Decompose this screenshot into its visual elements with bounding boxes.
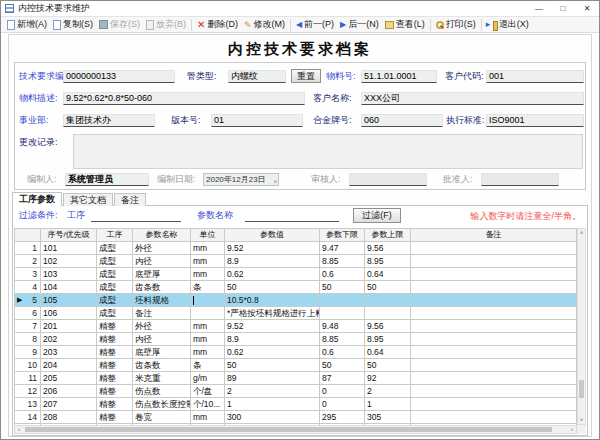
- row-indicator[interactable]: 3: [15, 268, 41, 281]
- cell[interactable]: 9.56: [365, 242, 411, 255]
- cell[interactable]: 外径: [133, 242, 191, 255]
- cell[interactable]: mm: [191, 255, 225, 268]
- standard-field[interactable]: ISO9001: [486, 114, 584, 127]
- cell[interactable]: 精整: [97, 359, 133, 372]
- material-no-field[interactable]: 51.1.01.0001: [361, 70, 437, 83]
- author-field[interactable]: 系统管理员: [65, 173, 149, 186]
- cell[interactable]: 精整: [97, 346, 133, 359]
- table-row[interactable]: ▶5105成型坯料规格10.5*0.8: [15, 294, 577, 307]
- cell[interactable]: [411, 320, 577, 333]
- cell[interactable]: 精整: [97, 320, 133, 333]
- cell[interactable]: [365, 294, 411, 307]
- cell[interactable]: [411, 411, 577, 424]
- cell[interactable]: 208: [41, 411, 97, 424]
- customer-code-field[interactable]: 001: [486, 70, 584, 83]
- toolbar-button-print[interactable]: 打印(S): [433, 17, 479, 32]
- cell[interactable]: 精整: [97, 372, 133, 385]
- approver-field[interactable]: [481, 173, 559, 186]
- cell[interactable]: 87: [320, 372, 365, 385]
- cell[interactable]: 个/盘: [191, 385, 225, 398]
- cell[interactable]: [191, 294, 225, 307]
- cell[interactable]: 成型: [97, 268, 133, 281]
- table-row[interactable]: 14208精整卷宽mm300295305: [15, 411, 577, 424]
- cell[interactable]: 300: [225, 411, 320, 424]
- cell[interactable]: 50: [365, 359, 411, 372]
- cell[interactable]: 204: [41, 359, 97, 372]
- cell[interactable]: 底壁厚: [133, 268, 191, 281]
- scroll-up-icon[interactable]: ˄: [578, 229, 585, 237]
- header-remark[interactable]: 备注: [411, 229, 577, 242]
- cell[interactable]: 伤点数: [133, 385, 191, 398]
- row-indicator[interactable]: 13: [15, 398, 41, 411]
- toolbar-button-view[interactable]: 查看(L): [382, 17, 428, 32]
- cell[interactable]: 0.6: [320, 268, 365, 281]
- cell[interactable]: 成型: [97, 281, 133, 294]
- cell[interactable]: 103: [41, 268, 97, 281]
- cell[interactable]: 备注: [133, 307, 191, 320]
- cell[interactable]: 成型: [97, 307, 133, 320]
- cell[interactable]: 米克重: [133, 372, 191, 385]
- alloy-no-field[interactable]: 060: [361, 114, 443, 127]
- header-seq[interactable]: 序号/优先级: [41, 229, 97, 242]
- cell[interactable]: [411, 372, 577, 385]
- cell[interactable]: [411, 398, 577, 411]
- cell[interactable]: [411, 268, 577, 281]
- cell[interactable]: *严格按坯料规格进行上料*: [225, 307, 320, 320]
- cell[interactable]: 条: [191, 359, 225, 372]
- table-row[interactable]: 11205精整米克重g/m898792: [15, 372, 577, 385]
- toolbar-button-copy[interactable]: 复制(S): [50, 17, 96, 32]
- cell[interactable]: 102: [41, 255, 97, 268]
- filter-process-input[interactable]: [91, 209, 181, 222]
- cell[interactable]: 106: [41, 307, 97, 320]
- cell[interactable]: mm: [191, 268, 225, 281]
- cell[interactable]: 50: [365, 281, 411, 294]
- cell[interactable]: 202: [41, 333, 97, 346]
- table-row[interactable]: 8202精整内径mm8.98.858.95: [15, 333, 577, 346]
- cell[interactable]: 齿条数: [133, 281, 191, 294]
- cell[interactable]: [320, 294, 365, 307]
- cell[interactable]: 成型: [97, 242, 133, 255]
- cell[interactable]: 内径: [133, 333, 191, 346]
- cell[interactable]: 0.6: [320, 346, 365, 359]
- cell[interactable]: 50: [320, 359, 365, 372]
- cell[interactable]: 2: [365, 385, 411, 398]
- cell[interactable]: 50: [225, 281, 320, 294]
- cell[interactable]: 50: [320, 281, 365, 294]
- tech-code-field[interactable]: 0000000133: [63, 70, 175, 83]
- cell[interactable]: 10.5*0.8: [225, 294, 320, 307]
- cell[interactable]: 0: [320, 398, 365, 411]
- row-indicator[interactable]: 10: [15, 359, 41, 372]
- cell[interactable]: [411, 255, 577, 268]
- horizontal-scrollbar[interactable]: ‹ ›: [14, 425, 577, 434]
- toolbar-button-previous[interactable]: ◀前一(P): [293, 17, 337, 32]
- cell[interactable]: [191, 307, 225, 320]
- cell[interactable]: 伤点数长度控制: [133, 398, 191, 411]
- version-field[interactable]: 01: [211, 114, 303, 127]
- cell[interactable]: 9.52: [225, 242, 320, 255]
- cell[interactable]: 101: [41, 242, 97, 255]
- header-param-value[interactable]: 参数值: [225, 229, 320, 242]
- cell[interactable]: 205: [41, 372, 97, 385]
- cell[interactable]: 坯料规格: [133, 294, 191, 307]
- cell[interactable]: 精整: [97, 398, 133, 411]
- cell[interactable]: [411, 281, 577, 294]
- toolbar-button-next[interactable]: ▶后一(N): [337, 17, 382, 32]
- cell[interactable]: mm: [191, 242, 225, 255]
- row-indicator[interactable]: 2: [15, 255, 41, 268]
- change-record-textarea[interactable]: [73, 134, 583, 169]
- table-row[interactable]: 1101成型外径mm9.529.479.56: [15, 242, 577, 255]
- cell[interactable]: [411, 333, 577, 346]
- cell[interactable]: 201: [41, 320, 97, 333]
- cell[interactable]: mm: [191, 411, 225, 424]
- maximize-button[interactable]: □: [551, 1, 575, 16]
- header-param-name[interactable]: 参数名称: [133, 229, 191, 242]
- cell[interactable]: 295: [320, 411, 365, 424]
- cell[interactable]: 0.64: [365, 346, 411, 359]
- header-lower-limit[interactable]: 参数下限: [320, 229, 365, 242]
- cell[interactable]: g/m: [191, 372, 225, 385]
- cell[interactable]: 9.52: [225, 320, 320, 333]
- row-indicator[interactable]: 12: [15, 385, 41, 398]
- table-row[interactable]: 4104成型齿条数条505050: [15, 281, 577, 294]
- cell[interactable]: 8.9: [225, 333, 320, 346]
- tab-other-docs[interactable]: 其它文档: [63, 193, 113, 206]
